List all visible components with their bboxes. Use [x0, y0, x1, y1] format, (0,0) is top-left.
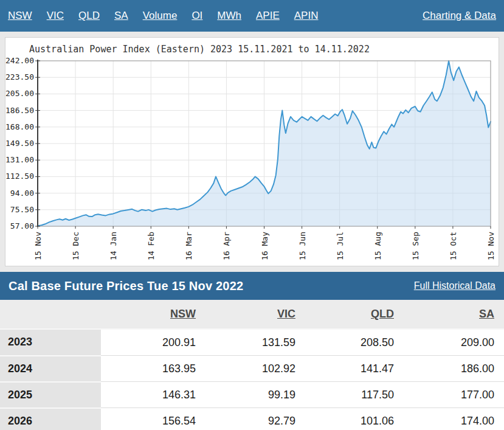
cell-2024-vic: 102.92 — [205, 356, 305, 382]
full-historical-data-link[interactable]: Full Historical Data — [414, 280, 495, 291]
nav-link-qld[interactable]: QLD — [78, 10, 100, 22]
column-header-link-qld[interactable]: QLD — [371, 308, 394, 320]
x-axis-tick-label: 15 Jul — [336, 232, 345, 260]
cell-2023-vic: 131.59 — [205, 329, 305, 356]
futures-section: Cal Base Future Prices Tue 15 Nov 2022 F… — [0, 272, 504, 430]
y-axis-tick-label: 94.00 — [10, 189, 34, 198]
nav-link-apie[interactable]: APIE — [256, 10, 280, 22]
column-header-sa: SA — [404, 300, 504, 329]
y-axis-tick-label: 75.50 — [10, 205, 34, 214]
y-axis-tick-label: 112.50 — [5, 172, 34, 181]
x-axis-tick-label: 15 Aug — [373, 232, 382, 260]
row-label-2023: 2023 — [0, 329, 101, 356]
chart-panel: Australian Power Index (Eastern) 2023 15… — [5, 37, 499, 266]
cell-2026-vic: 92.79 — [205, 408, 305, 430]
cell-2025-qld: 117.50 — [305, 382, 404, 408]
y-axis-tick-label: 205.00 — [5, 89, 34, 98]
nav-link-oi[interactable]: OI — [192, 10, 202, 22]
x-axis-tick-label: 14 Feb — [147, 232, 156, 260]
futures-header-bar: Cal Base Future Prices Tue 15 Nov 2022 F… — [0, 272, 504, 300]
column-header-nsw: NSW — [101, 300, 205, 329]
cell-2023-qld: 208.50 — [305, 329, 404, 356]
cell-2023-sa: 209.00 — [404, 329, 504, 356]
y-axis-tick-label: 168.00 — [5, 122, 34, 131]
x-axis-tick-label: 15 Oct — [449, 232, 458, 260]
table-row-2023: 2023200.91131.59208.50209.00 — [0, 329, 504, 356]
table-row-2026: 2026156.5492.79101.06174.00 — [0, 408, 504, 430]
cell-2026-nsw: 156.54 — [101, 408, 205, 430]
column-header-vic: VIC — [205, 300, 305, 329]
futures-table: NSWVICQLDSA 2023200.91131.59208.50209.00… — [0, 300, 504, 430]
nav-link-nsw[interactable]: NSW — [8, 10, 32, 22]
cell-2024-qld: 141.47 — [305, 356, 404, 382]
column-header-link-vic[interactable]: VIC — [277, 308, 295, 320]
cell-2025-sa: 177.00 — [404, 382, 504, 408]
charting-and-data-link[interactable]: Charting & Data — [423, 10, 496, 22]
cell-2024-sa: 186.00 — [404, 356, 504, 382]
row-label-2026: 2026 — [0, 408, 101, 430]
cell-2026-qld: 101.06 — [305, 408, 404, 430]
column-header-qld: QLD — [305, 300, 404, 329]
cell-2026-sa: 174.00 — [404, 408, 504, 430]
nav-link-volume[interactable]: Volume — [143, 10, 178, 22]
table-corner-cell — [0, 300, 101, 329]
table-body: 2023200.91131.59208.50209.002024163.9510… — [0, 329, 504, 430]
y-axis-tick-label: 149.50 — [5, 139, 34, 148]
x-axis-tick-label: 14 Jan — [109, 232, 118, 260]
page: NSWVICQLDSAVolumeOIMWhAPIEAPIN Charting … — [0, 0, 504, 430]
y-axis-tick-label: 223.50 — [5, 72, 34, 81]
futures-title: Cal Base Future Prices Tue 15 Nov 2022 — [9, 279, 414, 293]
table-row-2024: 2024163.95102.92141.47186.00 — [0, 356, 504, 382]
x-axis-tick-label: 15 Jun — [298, 232, 307, 260]
x-axis-tick-label: 16 May — [260, 232, 269, 260]
x-axis-tick-label: 15 Dec — [71, 232, 80, 260]
nav-links: NSWVICQLDSAVolumeOIMWhAPIEAPIN — [8, 10, 423, 22]
row-label-2025: 2025 — [0, 382, 101, 408]
y-axis-tick-label: 186.50 — [5, 106, 34, 115]
cell-2023-nsw: 200.91 — [101, 329, 205, 356]
cell-2025-vic: 99.19 — [205, 382, 305, 408]
table-row-2025: 2025146.3199.19117.50177.00 — [0, 382, 504, 408]
x-axis-tick-label: 15 Sep — [411, 232, 420, 260]
y-axis-tick-label: 242.00 — [5, 56, 34, 65]
nav-link-apin[interactable]: APIN — [294, 10, 319, 22]
column-header-link-sa[interactable]: SA — [479, 308, 494, 320]
x-axis-tick-label: 16 Mar — [184, 232, 193, 260]
nav-link-vic[interactable]: VIC — [47, 10, 64, 22]
top-navbar: NSWVICQLDSAVolumeOIMWhAPIEAPIN Charting … — [0, 0, 504, 32]
y-axis-tick-label: 57.00 — [10, 221, 34, 231]
row-label-2024: 2024 — [0, 356, 101, 382]
x-axis-tick-label: 15 Nov — [486, 232, 495, 260]
y-axis-tick-label: 131.00 — [5, 155, 34, 164]
nav-link-sa[interactable]: SA — [114, 10, 128, 22]
cell-2024-nsw: 163.95 — [101, 356, 205, 382]
table-header-row: NSWVICQLDSA — [0, 300, 504, 329]
price-chart-svg: Australian Power Index (Eastern) 2023 15… — [5, 38, 499, 265]
cell-2025-nsw: 146.31 — [101, 382, 205, 408]
nav-link-mwh[interactable]: MWh — [217, 10, 241, 22]
x-axis-tick-label: 15 Nov — [33, 232, 43, 260]
chart-title: Australian Power Index (Eastern) 2023 15… — [29, 44, 370, 55]
column-header-link-nsw[interactable]: NSW — [170, 308, 196, 320]
x-axis-tick-label: 16 Apr — [222, 232, 231, 260]
